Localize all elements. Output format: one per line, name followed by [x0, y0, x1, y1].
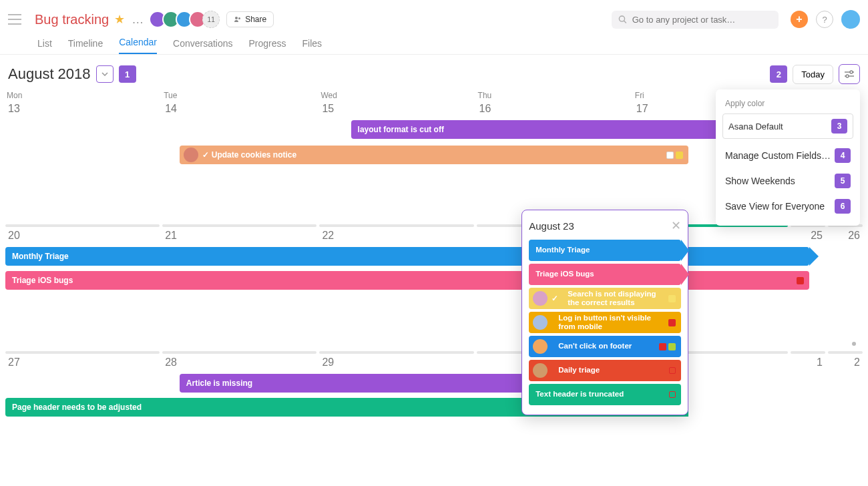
today-button[interactable]: Today: [793, 65, 833, 84]
search-input[interactable]: [632, 15, 772, 25]
tag-indicator: [659, 343, 666, 350]
day-popover: August 23 ✕ Monthly TriageTriage iOS bug…: [521, 210, 688, 415]
task-label: Text header is truncated: [529, 390, 624, 399]
dayhead-tue: Tue: [162, 91, 316, 100]
dayhead-mon: Mon: [5, 91, 160, 100]
svg-point-2: [619, 16, 624, 21]
chevron-down-icon: [101, 72, 108, 76]
popover-title: August 23: [529, 220, 574, 232]
tag-indicator: [668, 343, 676, 350]
assignee-avatar: [533, 291, 548, 306]
popover-task-row[interactable]: Monthly Triage: [529, 240, 681, 261]
popover-task-row[interactable]: Log in button isn't visible from mobile: [529, 312, 681, 333]
tab-files[interactable]: Files: [302, 38, 322, 54]
avatar-overflow[interactable]: 11: [202, 11, 220, 28]
popover-task-row[interactable]: ✓Search is not displaying the correct re…: [529, 288, 681, 309]
task-bar-cookies[interactable]: ✓ Update cookies notice: [180, 146, 688, 164]
task-label: Can't click on footer: [552, 342, 632, 350]
callout-5: 5: [835, 174, 851, 188]
callout-4: 4: [835, 148, 851, 163]
dd-manage-custom-fields[interactable]: Manage Custom Fields… 4: [716, 143, 860, 168]
popover-task-row[interactable]: Can't click on footer: [529, 336, 681, 357]
people-icon: [234, 16, 242, 23]
task-label: Log in button isn't visible from mobile: [552, 314, 668, 331]
tab-timeline[interactable]: Timeline: [68, 38, 103, 54]
project-title[interactable]: Bug tracking: [35, 12, 109, 27]
tab-list[interactable]: List: [37, 38, 52, 54]
more-actions-icon[interactable]: …: [132, 13, 144, 25]
tag-indicator: [668, 319, 676, 326]
tab-calendar[interactable]: Calendar: [119, 37, 157, 54]
tag-indicator: [669, 391, 676, 398]
tag-indicator: [668, 295, 676, 302]
tag-indicator: [669, 367, 676, 374]
tag-indicator: [797, 277, 804, 284]
tab-progress[interactable]: Progress: [249, 38, 286, 54]
dayhead-thu: Thu: [477, 91, 631, 100]
assignee-avatar: [184, 148, 198, 162]
view-settings-button[interactable]: [839, 64, 860, 84]
dd-show-weekends[interactable]: Show Weekends 5: [716, 168, 860, 194]
menu-icon[interactable]: [8, 14, 24, 25]
view-settings-dropdown: Apply color Asana Default 3 Manage Custo…: [716, 89, 860, 226]
task-label: Monthly Triage: [529, 246, 590, 254]
close-icon[interactable]: ✕: [671, 218, 681, 233]
share-button[interactable]: Share: [226, 11, 274, 27]
task-label: Triage iOS bugs: [529, 270, 594, 278]
popover-task-row[interactable]: Daily triage: [529, 360, 681, 381]
project-tabs: List Timeline Calendar Conversations Pro…: [0, 33, 868, 55]
month-label: August 2018: [8, 65, 91, 83]
tag-indicator: [666, 152, 674, 159]
filters-icon: [844, 70, 855, 78]
tab-conversations[interactable]: Conversations: [173, 38, 233, 54]
assignee-avatar: [533, 339, 548, 354]
svg-line-3: [624, 21, 626, 23]
svg-point-0: [235, 17, 238, 19]
check-icon: ✓: [552, 294, 558, 303]
assignee-avatar: [533, 315, 548, 330]
member-avatars[interactable]: 11: [153, 11, 220, 28]
help-button[interactable]: ?: [816, 11, 833, 28]
svg-point-1: [238, 17, 240, 19]
assignee-avatar: [533, 363, 548, 378]
overflow-dot[interactable]: [852, 342, 856, 346]
popover-task-row[interactable]: Text header is truncated: [529, 384, 681, 405]
star-icon[interactable]: ★: [114, 12, 125, 27]
tag-indicator: [676, 152, 683, 159]
search-icon: [618, 15, 627, 24]
svg-point-5: [850, 71, 853, 73]
dd-color-select[interactable]: Asana Default 3: [722, 113, 853, 139]
dayhead-wed: Wed: [319, 91, 473, 100]
svg-point-7: [846, 75, 849, 77]
month-picker-chevron[interactable]: [96, 65, 114, 83]
callout-2: 2: [770, 65, 787, 83]
task-label: Daily triage: [552, 366, 600, 375]
add-button[interactable]: +: [791, 11, 808, 28]
callout-6: 6: [835, 199, 851, 214]
check-icon: ✓: [202, 150, 209, 160]
callout-1: 1: [119, 65, 136, 83]
user-avatar[interactable]: [841, 10, 860, 29]
dd-apply-color-label: Apply color: [716, 96, 860, 113]
search-box[interactable]: [612, 11, 779, 29]
dd-save-view[interactable]: Save View for Everyone 6: [716, 194, 860, 219]
popover-task-row[interactable]: Triage iOS bugs: [529, 264, 681, 285]
callout-3: 3: [831, 119, 847, 134]
task-label: Search is not displaying the correct res…: [561, 290, 668, 307]
